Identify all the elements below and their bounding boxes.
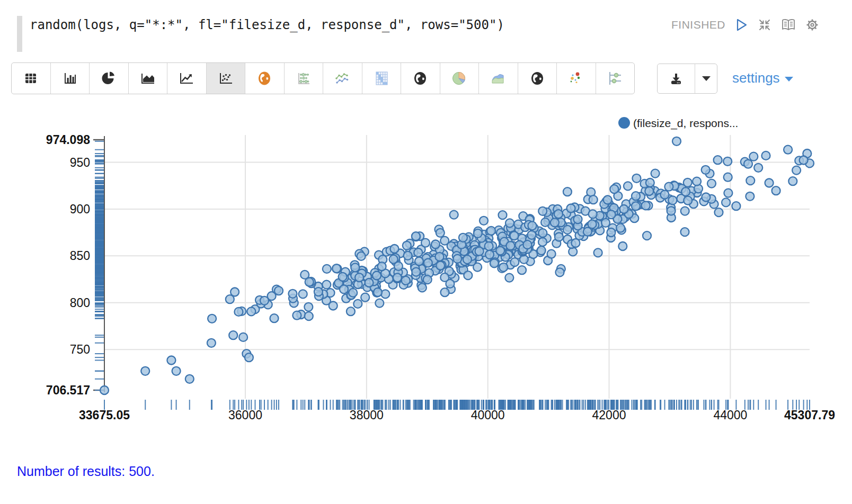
data-point[interactable]: [551, 218, 559, 227]
data-point[interactable]: [374, 288, 382, 296]
data-point[interactable]: [299, 290, 307, 298]
data-point[interactable]: [474, 229, 482, 238]
data-point[interactable]: [487, 227, 495, 235]
data-point[interactable]: [440, 237, 449, 245]
data-point[interactable]: [765, 179, 774, 187]
data-point[interactable]: [412, 232, 420, 240]
data-point[interactable]: [329, 302, 338, 310]
data-point[interactable]: [527, 231, 536, 239]
data-point[interactable]: [485, 250, 494, 259]
data-point[interactable]: [684, 178, 692, 187]
data-point[interactable]: [361, 293, 369, 302]
data-point[interactable]: [594, 248, 602, 257]
data-point[interactable]: [724, 189, 732, 197]
data-point[interactable]: [684, 196, 692, 205]
data-point[interactable]: [499, 263, 508, 272]
data-point[interactable]: [620, 205, 628, 213]
data-point[interactable]: [357, 252, 366, 260]
data-point[interactable]: [245, 353, 253, 362]
data-point[interactable]: [421, 239, 430, 247]
data-point[interactable]: [208, 314, 216, 323]
data-point[interactable]: [547, 250, 556, 258]
data-point[interactable]: [744, 160, 752, 168]
data-point[interactable]: [450, 211, 458, 219]
data-point[interactable]: [722, 198, 730, 206]
data-point[interactable]: [537, 246, 546, 255]
data-point[interactable]: [274, 286, 283, 295]
data-point[interactable]: [528, 221, 536, 230]
data-point[interactable]: [415, 257, 423, 266]
data-point[interactable]: [642, 201, 650, 210]
data-point[interactable]: [230, 288, 239, 296]
data-point[interactable]: [563, 187, 572, 196]
data-point[interactable]: [351, 263, 359, 272]
data-point[interactable]: [632, 202, 640, 210]
data-point[interactable]: [788, 177, 797, 185]
data-point[interactable]: [571, 239, 580, 247]
data-point[interactable]: [393, 273, 402, 282]
data-point[interactable]: [239, 333, 247, 341]
data-point[interactable]: [800, 156, 808, 165]
data-point[interactable]: [365, 278, 374, 287]
data-point[interactable]: [441, 288, 449, 296]
data-point[interactable]: [616, 224, 625, 232]
data-point[interactable]: [563, 226, 572, 234]
data-point[interactable]: [414, 248, 422, 257]
data-point[interactable]: [574, 215, 582, 223]
data-point[interactable]: [506, 241, 514, 250]
data-point[interactable]: [668, 196, 677, 204]
data-point[interactable]: [100, 386, 109, 394]
data-point[interactable]: [463, 255, 472, 264]
data-point[interactable]: [724, 173, 732, 182]
data-point[interactable]: [378, 262, 386, 271]
data-point[interactable]: [323, 265, 331, 273]
data-point[interactable]: [538, 229, 547, 237]
data-point[interactable]: [412, 268, 420, 276]
data-point[interactable]: [431, 240, 440, 249]
data-point[interactable]: [270, 314, 279, 322]
data-point[interactable]: [518, 266, 526, 274]
data-point[interactable]: [732, 202, 740, 210]
data-point[interactable]: [538, 207, 547, 215]
data-point[interactable]: [681, 207, 689, 215]
data-point[interactable]: [772, 186, 780, 195]
data-point[interactable]: [372, 272, 381, 280]
data-point[interactable]: [172, 367, 181, 375]
data-point[interactable]: [339, 273, 347, 281]
data-point[interactable]: [355, 273, 363, 282]
data-point[interactable]: [247, 307, 255, 316]
data-point[interactable]: [436, 229, 445, 237]
data-point[interactable]: [440, 273, 449, 282]
data-point[interactable]: [693, 177, 701, 186]
data-point[interactable]: [322, 281, 331, 289]
data-point[interactable]: [746, 176, 755, 185]
data-point[interactable]: [464, 271, 472, 280]
data-point[interactable]: [588, 220, 597, 228]
data-point[interactable]: [349, 289, 357, 297]
data-point[interactable]: [234, 308, 243, 316]
data-point[interactable]: [589, 195, 598, 204]
data-point[interactable]: [523, 240, 531, 249]
data-point[interactable]: [702, 193, 710, 202]
data-point[interactable]: [340, 285, 348, 293]
data-point[interactable]: [754, 164, 762, 172]
data-point[interactable]: [618, 242, 627, 250]
data-point[interactable]: [681, 228, 689, 236]
data-point[interactable]: [714, 156, 722, 164]
data-point[interactable]: [555, 233, 563, 241]
data-point[interactable]: [661, 191, 669, 199]
data-point[interactable]: [292, 311, 301, 320]
data-point[interactable]: [723, 157, 732, 166]
data-point[interactable]: [792, 166, 801, 175]
data-point[interactable]: [141, 367, 149, 375]
data-point[interactable]: [314, 287, 323, 296]
data-point[interactable]: [229, 331, 237, 339]
data-point[interactable]: [702, 166, 710, 174]
data-point[interactable]: [394, 262, 403, 271]
data-point[interactable]: [510, 258, 519, 266]
data-point[interactable]: [715, 208, 723, 217]
data-point[interactable]: [305, 278, 314, 286]
data-point[interactable]: [681, 187, 690, 196]
data-point[interactable]: [707, 179, 716, 188]
data-point[interactable]: [643, 231, 651, 240]
